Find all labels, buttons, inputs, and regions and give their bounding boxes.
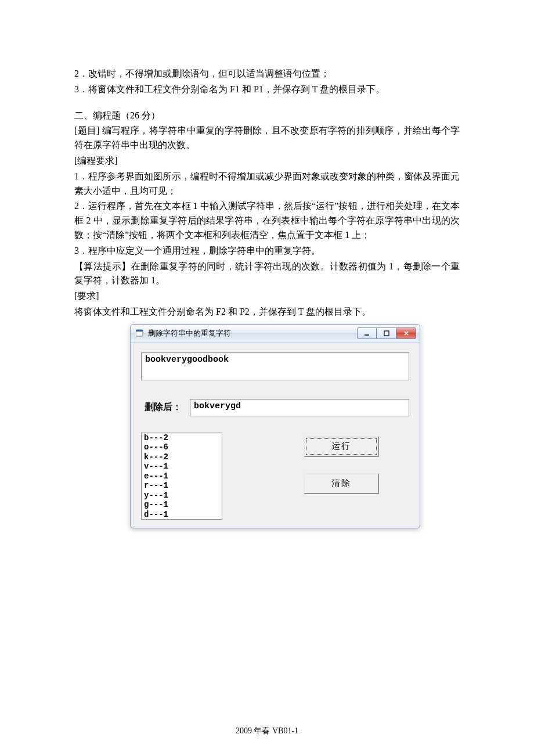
app-window: 删除字符串中的重复字符 bookverygoodbook 删除后： bokver…: [130, 324, 420, 528]
input-textbox-1[interactable]: bookverygoodbook: [141, 352, 409, 380]
paragraph: 【算法提示】在删除重复字符的同时，统计字符出现的次数。计数器初值为 1，每删除一…: [74, 260, 460, 289]
svg-rect-1: [136, 330, 143, 332]
paragraph: 2．改错时，不得增加或删除语句，但可以适当调整语句位置；: [74, 67, 460, 81]
label-after: 删除后：: [141, 401, 182, 413]
list-item: r---1: [144, 481, 219, 491]
run-button[interactable]: 运行: [304, 436, 379, 457]
list-item: o---6: [144, 442, 219, 452]
paragraph: 3．将窗体文件和工程文件分别命名为 F1 和 P1，并保存到 T 盘的根目录下。: [74, 82, 460, 97]
paragraph: 3．程序中应定义一个通用过程，删除字符串中的重复字符。: [74, 244, 460, 258]
window-body: bookverygoodbook 删除后： bokverygd b---2 o-…: [131, 343, 420, 528]
button-column: 运行 清除: [304, 433, 379, 494]
paragraph: [要求]: [74, 289, 460, 304]
paragraph: 2．运行程序，首先在文本框 1 中输入测试字符串，然后按“运行”按钮，进行相关处…: [74, 199, 460, 242]
maximize-button[interactable]: [377, 327, 396, 339]
list-item: d---1: [144, 510, 219, 520]
spacer: [74, 98, 460, 109]
app-icon: [135, 329, 145, 338]
svg-rect-2: [365, 334, 369, 336]
list-item: k---2: [144, 452, 219, 462]
list-item: g---1: [144, 500, 219, 510]
output-textbox-2[interactable]: bokverygd: [190, 399, 409, 416]
window-controls: [357, 327, 416, 339]
page-footer: 2009 年春 VB01-1: [0, 726, 534, 736]
paragraph: [题目] 编写程序，将字符串中重复的字符删除，且不改变原有字符的排列顺序，并给出…: [74, 124, 460, 153]
section-title: 二、编程题（26 分）: [74, 109, 460, 123]
paragraph: [编程要求]: [74, 154, 460, 168]
window-title: 删除字符串中的重复字符: [148, 328, 353, 339]
result-row: 删除后： bokverygd: [141, 399, 409, 416]
minimize-button[interactable]: [357, 327, 377, 339]
count-listbox[interactable]: b---2 o---6 k---2 v---1 e---1 r---1 y---…: [141, 433, 222, 520]
list-item: e---1: [144, 471, 219, 481]
list-item: v---1: [144, 462, 219, 471]
close-button[interactable]: [396, 327, 416, 339]
clear-button[interactable]: 清除: [304, 473, 379, 494]
list-item: b---2: [144, 433, 219, 443]
lower-area: b---2 o---6 k---2 v---1 e---1 r---1 y---…: [141, 433, 409, 520]
svg-rect-3: [384, 331, 389, 336]
paragraph: 1．程序参考界面如图所示，编程时不得增加或减少界面对象或改变对象的种类，窗体及界…: [74, 170, 460, 199]
titlebar: 删除字符串中的重复字符: [131, 325, 420, 343]
list-item: y---1: [144, 491, 219, 501]
paragraph: 将窗体文件和工程文件分别命名为 F2 和 P2，并保存到 T 盘的根目录下。: [74, 305, 460, 319]
document-page: 2．改错时，不得增加或删除语句，但可以适当调整语句位置； 3．将窗体文件和工程文…: [0, 0, 534, 756]
